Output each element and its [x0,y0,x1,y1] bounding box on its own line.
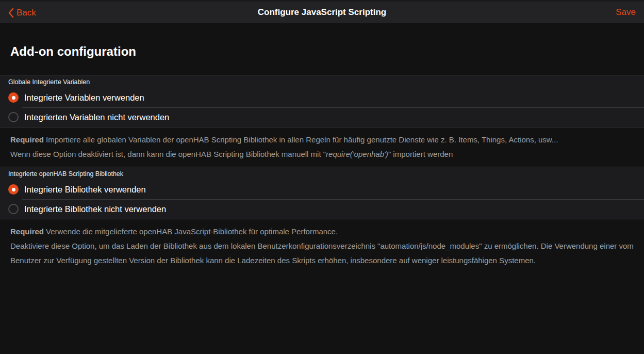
radio-option-label: Integrierten Variablen nicht verwenden [24,112,169,122]
back-button-label: Back [16,8,36,17]
save-button[interactable]: Save [616,7,636,18]
radio-option-use-builtin-library[interactable]: Integrierte Bibliothek verwenden [0,180,644,199]
inline-code: require('openhab') [326,150,388,158]
description-line: RequiredImportiere alle globalen Variabl… [10,133,634,147]
description-text: " importiert werden [388,150,453,158]
description-text: Deaktiviere diese Option, um das Laden d… [10,242,634,265]
page-title: Configure JavaScript Scripting [0,7,644,18]
description-line: RequiredVerwende die mitgelieferte openH… [10,224,634,239]
navbar: Back Configure JavaScript Scripting Save [0,2,644,23]
description-text: Verwende die mitgelieferte openHAB JavaS… [46,227,338,236]
parameter-description: RequiredImportiere alle globalen Variabl… [0,127,644,167]
radio-option-no-builtin-variables[interactable]: Integrierten Variablen nicht verwenden [0,107,644,127]
back-button[interactable]: Back [8,7,36,18]
description-text: Importiere alle globalen Variablen der o… [46,135,558,144]
parameter-group-scripting-library: Integrierte openHAB Scripting Bibliothek… [0,167,644,219]
radio-option-label: Integrierte Bibliothek nicht verwenden [24,204,166,214]
chevron-left-icon [8,7,14,18]
parameter-group-global-variables: Globale Integrierte Variablen Integriert… [0,75,644,127]
parameter-group-label: Integrierte openHAB Scripting Bibliothek [0,167,644,180]
radio-option-label: Integrierte Bibliothek verwenden [24,185,146,195]
required-badge: Required [10,227,44,236]
description-line: Wenn diese Option deaktiviert ist, dann … [10,147,634,162]
radio-option-no-builtin-library[interactable]: Integrierte Bibliothek nicht verwenden [0,199,644,219]
required-badge: Required [10,135,44,144]
radio-icon[interactable] [8,112,19,122]
description-text: Wenn diese Option deaktiviert ist, dann … [10,150,326,158]
content-heading: Add-on configuration [0,23,644,75]
parameter-description: RequiredVerwende die mitgelieferte openH… [0,219,644,273]
radio-icon[interactable] [8,92,19,103]
radio-icon[interactable] [8,204,19,214]
radio-option-label: Integrierte Variablen verwenden [24,93,144,103]
radio-option-use-builtin-variables[interactable]: Integrierte Variablen verwenden [0,88,644,107]
parameter-group-label: Globale Integrierte Variablen [0,75,644,88]
radio-icon[interactable] [8,184,19,195]
description-line: Deaktiviere diese Option, um das Laden d… [10,239,634,268]
